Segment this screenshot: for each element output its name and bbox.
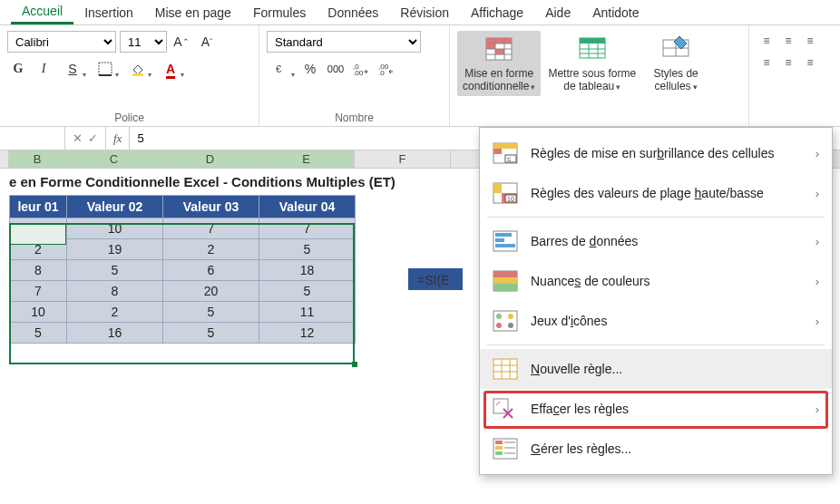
bold-button[interactable]: G — [7, 58, 29, 80]
tab-affichage[interactable]: Affichage — [460, 2, 534, 24]
menu-label: Jeux d'icônes — [531, 314, 607, 328]
menu-manage-rules[interactable]: Gérer les règles... — [480, 429, 832, 469]
data-cell[interactable]: 2 — [10, 239, 67, 260]
header-cell[interactable]: Valeur 03 — [163, 196, 259, 218]
svg-text:10: 10 — [507, 196, 514, 202]
header-cell[interactable]: Valeur 02 — [67, 196, 163, 218]
data-cell[interactable]: 2 — [163, 239, 259, 260]
fx-button[interactable]: fx — [106, 127, 130, 150]
italic-button[interactable]: I — [33, 58, 54, 80]
cancel-formula-icon[interactable]: ✕ — [73, 131, 83, 145]
conditional-formatting-menu: ≤ Règles de mise en surbrillance des cel… — [479, 127, 833, 475]
data-cell[interactable]: 5 — [163, 302, 259, 323]
conditional-formatting-icon — [484, 34, 513, 63]
tab-antidote[interactable]: Antidote — [581, 2, 650, 24]
table-format-label: Mettre sous forme de tableau — [548, 67, 636, 92]
tab-accueil[interactable]: Accueil — [11, 0, 73, 24]
align-left-icon[interactable]: ≡ — [757, 53, 777, 73]
data-cell[interactable]: 18 — [259, 260, 356, 281]
header-cell[interactable]: Valeur 04 — [259, 196, 356, 218]
svg-rect-11 — [495, 49, 504, 54]
selection-handle[interactable] — [352, 362, 357, 367]
data-cell[interactable]: 8 — [67, 281, 163, 302]
menu-new-rule[interactable]: Nouvelle règle... — [480, 349, 832, 389]
svg-rect-38 — [495, 238, 504, 242]
decrease-decimal-button[interactable]: ,00,0 — [376, 58, 397, 80]
fill-color-button[interactable] — [123, 58, 152, 80]
data-cell[interactable]: 20 — [163, 281, 259, 302]
name-box[interactable] — [0, 127, 65, 150]
data-cell[interactable]: 5 — [10, 323, 67, 344]
data-cell[interactable]: 6 — [163, 260, 259, 281]
data-cell[interactable]: 11 — [259, 302, 356, 323]
color-scales-icon — [493, 270, 518, 292]
menu-color-scales[interactable]: Nuances de couleurs › — [480, 261, 832, 301]
data-cell[interactable]: 10 — [10, 302, 67, 323]
data-cell[interactable]: 7 — [163, 218, 259, 239]
data-cell[interactable]: 10 — [67, 218, 163, 239]
data-cell[interactable]: 5 — [67, 260, 163, 281]
increase-decimal-button[interactable]: ,0,00 — [350, 58, 372, 80]
menu-icon-sets[interactable]: Jeux d'icônes › — [480, 301, 832, 341]
tab-insertion[interactable]: Insertion — [73, 2, 144, 24]
dec-decimal-icon: ,00,0 — [378, 63, 395, 75]
group-label-police: Police — [7, 110, 251, 124]
col-header-c[interactable]: C — [66, 150, 162, 168]
data-cell[interactable]: 5 — [259, 281, 356, 302]
accept-formula-icon[interactable]: ✓ — [88, 131, 98, 145]
border-button[interactable] — [91, 58, 120, 80]
font-name-combo[interactable]: Calibri — [7, 31, 116, 53]
data-cell[interactable]: 8 — [10, 260, 67, 281]
data-cell[interactable]: 5 — [163, 323, 259, 344]
header-cell[interactable]: leur 01 — [10, 196, 67, 218]
data-cell[interactable]: 12 — [259, 323, 356, 344]
svg-rect-43 — [493, 284, 517, 291]
group-label-nombre: Nombre — [267, 110, 442, 124]
tab-donnees[interactable]: Données — [317, 2, 389, 24]
underline-button[interactable]: S — [58, 58, 87, 80]
number-format-combo[interactable]: Standard — [267, 31, 421, 53]
format-as-table-button[interactable]: Mettre sous forme de tableau▾ — [542, 31, 641, 96]
align-center-icon[interactable]: ≡ — [778, 53, 798, 73]
align-top-icon[interactable]: ≡ — [757, 31, 777, 51]
increase-font-icon[interactable]: A⌃ — [171, 31, 192, 53]
col-header-f[interactable]: F — [355, 150, 451, 168]
thousands-button[interactable]: 000 — [325, 58, 347, 80]
font-size-combo[interactable]: 11 — [120, 31, 167, 53]
svg-rect-41 — [493, 271, 517, 277]
data-cell[interactable]: 5 — [259, 239, 356, 260]
cell-styles-button[interactable]: Styles de cellules▾ — [643, 31, 708, 96]
tab-formules[interactable]: Formules — [242, 2, 317, 24]
decrease-font-icon[interactable]: Aˇ — [196, 31, 218, 53]
data-cell[interactable]: 16 — [67, 323, 163, 344]
menu-top-bottom-rules[interactable]: 10 Règles des valeurs de plage haute/bas… — [480, 173, 832, 213]
menu-clear-rules[interactable]: Effacer les règles › — [480, 389, 832, 429]
conditional-formatting-button[interactable]: Mise en forme conditionnelle▾ — [457, 31, 541, 96]
menu-data-bars[interactable]: Barres de données › — [480, 221, 832, 261]
data-cell[interactable]: 19 — [67, 239, 163, 260]
data-cell[interactable]: 7 — [259, 218, 356, 239]
data-cell[interactable]: 5 — [10, 218, 67, 239]
data-bars-icon — [493, 230, 518, 252]
currency-button[interactable]: € — [267, 58, 296, 80]
align-bottom-icon[interactable]: ≡ — [800, 31, 820, 51]
tab-aide[interactable]: Aide — [534, 2, 581, 24]
align-middle-icon[interactable]: ≡ — [778, 31, 798, 51]
svg-point-46 — [508, 314, 513, 319]
data-cell[interactable]: 7 — [10, 281, 67, 302]
tab-revision[interactable]: Révision — [389, 2, 460, 24]
font-color-button[interactable]: A — [156, 58, 185, 80]
svg-rect-49 — [493, 359, 517, 379]
col-header-e[interactable]: E — [259, 150, 355, 168]
menu-highlight-rules[interactable]: ≤ Règles de mise en surbrillance des cel… — [480, 133, 832, 173]
col-header-d[interactable]: D — [162, 150, 259, 168]
col-header-b[interactable]: B — [9, 150, 66, 168]
svg-rect-28 — [493, 149, 502, 154]
tab-mise-en-page[interactable]: Mise en page — [144, 2, 242, 24]
percent-button[interactable]: % — [299, 58, 321, 80]
align-right-icon[interactable]: ≡ — [800, 53, 820, 73]
menu-label: Règles des valeurs de plage haute/basse — [531, 186, 764, 200]
data-cell[interactable]: 2 — [67, 302, 163, 323]
col-header-corner[interactable] — [0, 150, 9, 168]
menu-separator — [487, 344, 825, 345]
